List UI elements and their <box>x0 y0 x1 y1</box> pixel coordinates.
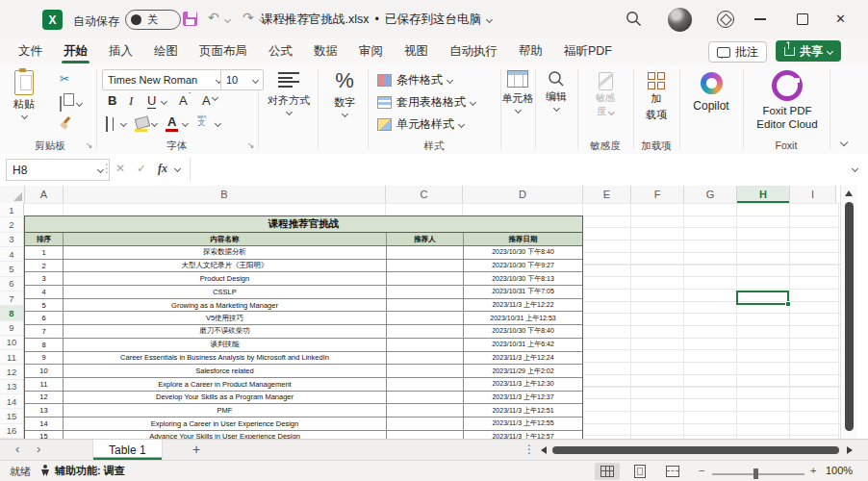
table-cell[interactable]: Advance Your Skills in User Experience D… <box>64 431 387 439</box>
table-cell[interactable] <box>387 365 464 377</box>
autosave-toggle[interactable]: 关 <box>125 10 181 30</box>
table-cell[interactable]: 14 <box>25 418 64 430</box>
excel-app-icon[interactable]: X <box>42 10 63 30</box>
tab-公式[interactable]: 公式 <box>258 38 303 64</box>
underline-button[interactable]: U <box>147 93 156 109</box>
row-header-15[interactable]: 15 <box>0 409 23 423</box>
table-cell[interactable]: 3 <box>25 272 64 285</box>
table-cell[interactable] <box>387 404 464 417</box>
tab-开始[interactable]: 开始 <box>53 38 98 64</box>
qat-more-icon[interactable] <box>282 14 289 21</box>
scroll-up-icon[interactable] <box>845 190 853 196</box>
cell-grid[interactable]: 课程推荐官挑战 排序内容名称推荐人推荐日期 1探索数据分析2023/10/30 … <box>24 203 840 439</box>
row-header-8[interactable]: 8 <box>0 306 23 320</box>
table-cell[interactable]: 11 <box>25 378 64 391</box>
cancel-icon[interactable]: ✕ <box>115 162 125 175</box>
row-header-6[interactable]: 6 <box>0 277 23 291</box>
paste-button[interactable]: 粘贴 <box>13 70 35 118</box>
redo-chevron-icon[interactable] <box>259 16 266 23</box>
row-header-16[interactable]: 16 <box>0 424 23 439</box>
borders-icon[interactable] <box>106 116 108 132</box>
underline-chevron-icon[interactable] <box>161 98 167 105</box>
column-header-B[interactable]: B <box>64 186 386 203</box>
save-status[interactable]: 已保存到这台电脑 <box>385 12 481 28</box>
table-cell[interactable]: 5 <box>25 299 64 312</box>
table-cell[interactable]: V5使用技巧 <box>64 312 387 324</box>
column-header-F[interactable]: F <box>631 186 684 203</box>
italic-button[interactable]: I <box>129 93 133 109</box>
table-cell[interactable]: 2023/10/31 上午6:42 <box>464 339 582 351</box>
table-header-cell[interactable]: 推荐人 <box>387 233 464 245</box>
page-break-view-button[interactable] <box>660 463 685 480</box>
sheet-tab-active[interactable]: Table 1 <box>92 440 163 460</box>
table-cell[interactable]: 7 <box>25 325 64 338</box>
row-header-12[interactable]: 12 <box>0 365 23 379</box>
format-as-table-button[interactable]: 套用表格格式 <box>377 94 475 111</box>
font-color-button[interactable]: A <box>167 114 176 129</box>
table-header-cell[interactable]: 排序 <box>25 233 64 245</box>
cells-button[interactable]: 单元格 <box>502 70 533 113</box>
table-cell[interactable]: 探索数据分析 <box>64 246 387 259</box>
alignment-button[interactable]: 对齐方式 <box>262 72 316 114</box>
table-cell[interactable]: Career Essentials in Business Analysis b… <box>64 352 387 365</box>
search-icon[interactable] <box>625 11 642 27</box>
tab-帮助[interactable]: 帮助 <box>508 38 553 64</box>
prev-sheet-icon[interactable]: ‹ <box>15 442 19 456</box>
column-header-C[interactable]: C <box>386 186 463 203</box>
borders-chevron-icon[interactable] <box>120 120 127 127</box>
table-cell[interactable] <box>387 246 464 259</box>
table-cell[interactable] <box>387 299 464 312</box>
page-layout-view-button[interactable] <box>627 463 652 480</box>
row-header-11[interactable]: 11 <box>0 350 23 365</box>
table-header-cell[interactable]: 推荐日期 <box>464 233 582 245</box>
tab-数据[interactable]: 数据 <box>303 38 348 64</box>
table-cell[interactable]: Explore a Career in Product Management <box>64 378 387 391</box>
row-header-13[interactable]: 13 <box>0 380 23 394</box>
table-cell[interactable]: 2023/10/31 上午12:53 <box>464 312 582 324</box>
table-cell[interactable]: 2023/11/3 上午12:57 <box>464 431 582 439</box>
zoom-slider-handle[interactable] <box>753 468 758 479</box>
table-cell[interactable]: 2023/10/30 下午8:40 <box>464 246 582 259</box>
bold-button[interactable]: B <box>108 93 116 108</box>
comments-button[interactable]: 批注 <box>708 41 767 63</box>
table-cell[interactable]: Product Design <box>64 272 387 285</box>
formula-input[interactable] <box>192 157 843 181</box>
column-header-A[interactable]: A <box>25 186 64 203</box>
table-cell[interactable]: 2023/11/3 上午12:24 <box>464 352 582 365</box>
copilot-button[interactable]: Copilot <box>685 72 737 113</box>
table-cell[interactable] <box>387 272 464 285</box>
foxit-button[interactable]: Foxit PDF Editor Cloud <box>747 70 828 130</box>
normal-view-button[interactable] <box>595 463 620 480</box>
table-cell[interactable] <box>387 312 464 324</box>
redo-icon[interactable]: ↷ <box>243 10 254 25</box>
rewards-icon[interactable] <box>717 11 734 28</box>
tab-绘图[interactable]: 绘图 <box>143 38 189 64</box>
cell-styles-button[interactable]: 单元格样式 <box>377 116 464 133</box>
tab-审阅[interactable]: 审阅 <box>348 38 394 64</box>
table-cell[interactable]: 2023/11/3 上午12:51 <box>464 404 582 417</box>
title-chevron-icon[interactable] <box>486 15 493 22</box>
table-cell[interactable]: 2023/10/30 下午8:40 <box>464 325 582 338</box>
addins-button[interactable]: 加 载项 <box>637 72 676 122</box>
tab-自动执行[interactable]: 自动执行 <box>439 38 508 64</box>
insert-function-icon[interactable]: fx <box>158 162 167 176</box>
table-cell[interactable]: 2023/11/3 上午12:22 <box>464 299 582 312</box>
vertical-scroll-thumb[interactable] <box>845 202 854 431</box>
table-cell[interactable]: 2023/11/3 上午12:37 <box>464 392 582 404</box>
table-cell[interactable] <box>387 431 464 439</box>
column-header-H[interactable]: H <box>737 186 790 203</box>
shrink-font-button[interactable]: A <box>202 93 211 108</box>
table-cell[interactable] <box>387 392 464 404</box>
scroll-left-icon[interactable] <box>541 446 547 454</box>
font-name-select[interactable]: Times New Roman <box>102 69 227 90</box>
table-cell[interactable]: 2 <box>25 260 64 272</box>
column-header-E[interactable]: E <box>583 186 631 203</box>
row-header-2[interactable]: 2 <box>0 217 23 232</box>
row-header-1[interactable]: 1 <box>0 203 23 217</box>
editing-button[interactable]: 编辑 <box>537 70 575 111</box>
sensitivity-button[interactable]: 敏感 度 <box>583 72 627 117</box>
row-header-9[interactable]: 9 <box>0 321 23 336</box>
copy-icon[interactable] <box>60 96 62 112</box>
fx-chevron-icon[interactable] <box>174 165 181 172</box>
close-button[interactable]: ✕ <box>835 12 846 26</box>
